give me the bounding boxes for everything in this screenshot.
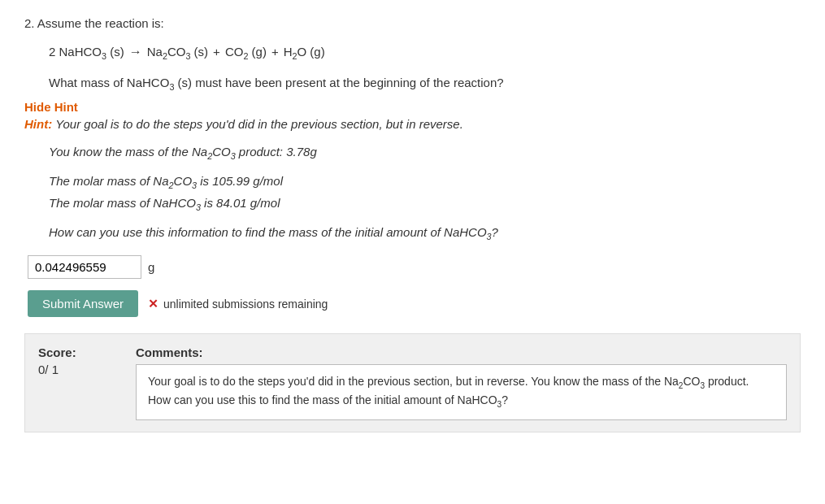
hint-text: Your goal is to do the steps you'd did i…	[55, 117, 463, 131]
submissions-info: ✕ unlimited submissions remaining	[148, 297, 328, 311]
hint-line6: How can you use this information to find…	[49, 223, 801, 244]
score-title: Score:	[38, 345, 103, 359]
product2: CO2 (g)	[225, 45, 267, 61]
product3: H2O (g)	[284, 45, 325, 61]
comments-box: Your goal is to do the steps you'd did i…	[136, 364, 787, 420]
x-icon: ✕	[148, 297, 158, 311]
product1: Na2CO3 (s)	[147, 45, 208, 61]
score-comments-row: Score: 0/ 1 Comments: Your goal is to do…	[38, 345, 787, 420]
submit-row: Submit Answer ✕ unlimited submissions re…	[28, 290, 801, 317]
plus1: +	[213, 45, 220, 59]
hint-label: Hint:	[24, 117, 52, 131]
question-intro: 2. Assume the reaction is:	[24, 16, 801, 30]
hide-hint-link[interactable]: Hide Hint	[24, 100, 801, 114]
comments-block: Comments: Your goal is to do the steps y…	[136, 345, 787, 420]
reaction-equation: 2 NaHCO3 (s) → Na2CO3 (s) + CO2 (g) + H2…	[49, 45, 801, 61]
hint-line3: The molar mass of Na2CO3 is 105.99 g/mol	[49, 172, 801, 193]
comments-title: Comments:	[136, 345, 787, 359]
submissions-text: unlimited submissions remaining	[163, 298, 328, 311]
arrow-icon: →	[129, 45, 142, 59]
hint-line4: The molar mass of NaHCO3 is 84.01 g/mol	[49, 193, 801, 215]
answer-input-row: g	[28, 255, 801, 279]
plus2: +	[271, 45, 279, 59]
hint-line: Hint: Your goal is to do the steps you'd…	[24, 117, 801, 131]
submit-button[interactable]: Submit Answer	[28, 290, 138, 317]
score-section: Score: 0/ 1 Comments: Your goal is to do…	[24, 333, 801, 432]
question-text: What mass of NaHCO3 (s) must have been p…	[49, 76, 801, 92]
score-value: 0/ 1	[38, 363, 103, 376]
question-number-label: 2.	[24, 16, 35, 30]
answer-input[interactable]	[28, 255, 141, 279]
score-block: Score: 0/ 1	[38, 345, 103, 376]
unit-label: g	[148, 260, 154, 274]
question-intro-text: Assume the reaction is:	[37, 16, 164, 30]
reactant: 2 NaHCO3 (s)	[49, 45, 124, 61]
hint-line1: You know the mass of the Na2CO3 product:…	[49, 142, 801, 163]
hint-block: You know the mass of the Na2CO3 product:…	[49, 142, 801, 244]
